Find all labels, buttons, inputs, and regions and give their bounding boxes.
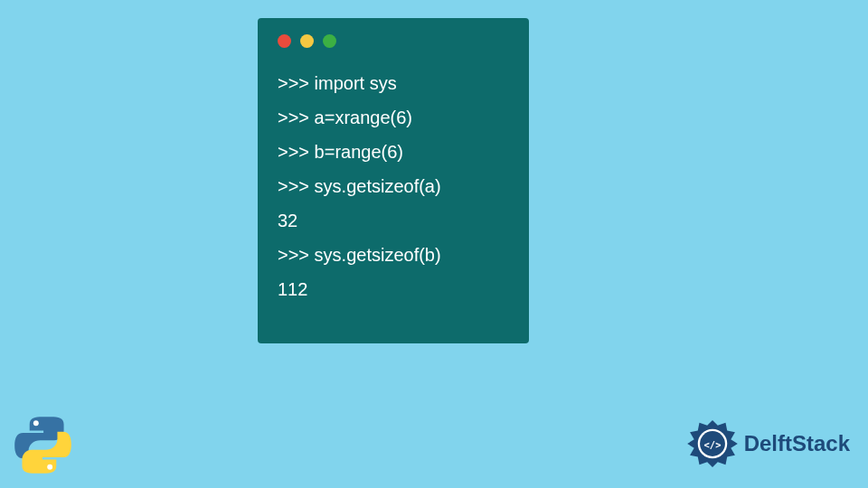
code-line: >>> sys.getsizeof(a): [278, 169, 509, 203]
badge-icon: </>: [686, 418, 739, 470]
window-controls: [278, 34, 509, 48]
code-line: >>> a=xrange(6): [278, 100, 509, 135]
svg-text:</>: </>: [703, 439, 721, 450]
minimize-icon: [300, 34, 314, 48]
code-line: >>> b=range(6): [278, 135, 509, 169]
code-line: 32: [278, 203, 509, 238]
python-logo-icon: [14, 416, 72, 474]
terminal-window: >>> import sys >>> a=xrange(6) >>> b=ran…: [258, 18, 529, 343]
close-icon: [278, 34, 291, 48]
brand-name: DelftStack: [744, 431, 850, 456]
delftstack-logo: </> DelftStack: [686, 418, 850, 470]
code-line: >>> import sys: [278, 66, 509, 100]
code-line: 112: [278, 272, 509, 306]
svg-point-1: [47, 465, 52, 470]
maximize-icon: [323, 34, 336, 48]
code-line: >>> sys.getsizeof(b): [278, 238, 509, 272]
svg-point-0: [33, 420, 39, 426]
